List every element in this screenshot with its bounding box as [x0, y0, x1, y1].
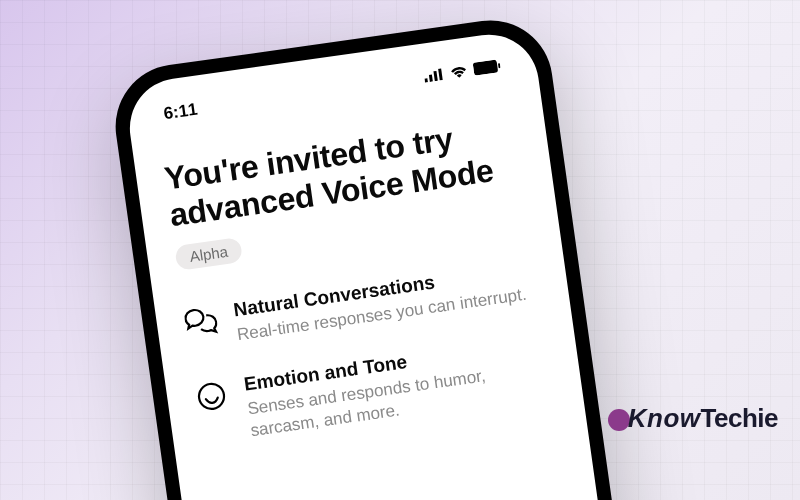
svg-rect-1: [429, 75, 433, 82]
status-time: 6:11: [162, 100, 198, 125]
logo-dot-icon: [608, 409, 630, 431]
watermark-part1: Know: [628, 403, 701, 433]
feature-text: Natural Conversations Real-time response…: [232, 259, 528, 346]
headline: You're invited to try advanced Voice Mod…: [162, 111, 525, 233]
chat-bubbles-icon: [183, 304, 219, 340]
wifi-icon: [449, 63, 469, 83]
cellular-icon: [423, 66, 445, 87]
svg-point-6: [197, 382, 225, 410]
phone-screen: 6:11: [123, 28, 616, 500]
smiley-icon: [193, 378, 229, 414]
svg-rect-4: [473, 59, 499, 75]
status-icons: [423, 58, 502, 87]
feature-row: Emotion and Tone Senses and responds to …: [193, 331, 555, 449]
watermark-logo: KnowTechie: [608, 403, 778, 434]
phone-mockup: 6:11: [108, 12, 633, 500]
svg-rect-3: [438, 68, 443, 80]
svg-rect-2: [433, 71, 437, 81]
status-bar: 6:11: [154, 56, 509, 125]
svg-rect-0: [424, 78, 428, 82]
battery-icon: [473, 58, 502, 80]
svg-rect-5: [498, 63, 501, 68]
alpha-badge: Alpha: [174, 236, 243, 270]
feature-text: Emotion and Tone Senses and responds to …: [243, 331, 556, 442]
watermark-part2: Techie: [701, 403, 778, 433]
